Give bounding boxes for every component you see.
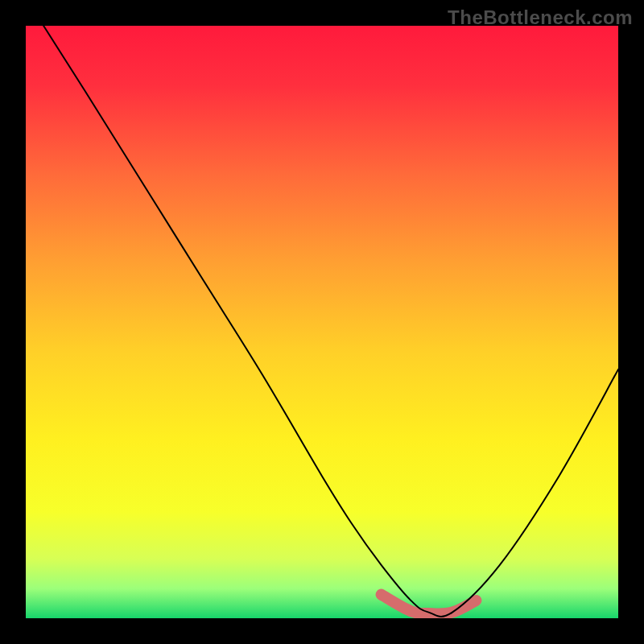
chart-svg <box>26 26 618 618</box>
bg-gradient-rect <box>26 26 618 618</box>
plot-area <box>26 26 618 618</box>
chart-frame: TheBottleneck.com <box>0 0 644 644</box>
